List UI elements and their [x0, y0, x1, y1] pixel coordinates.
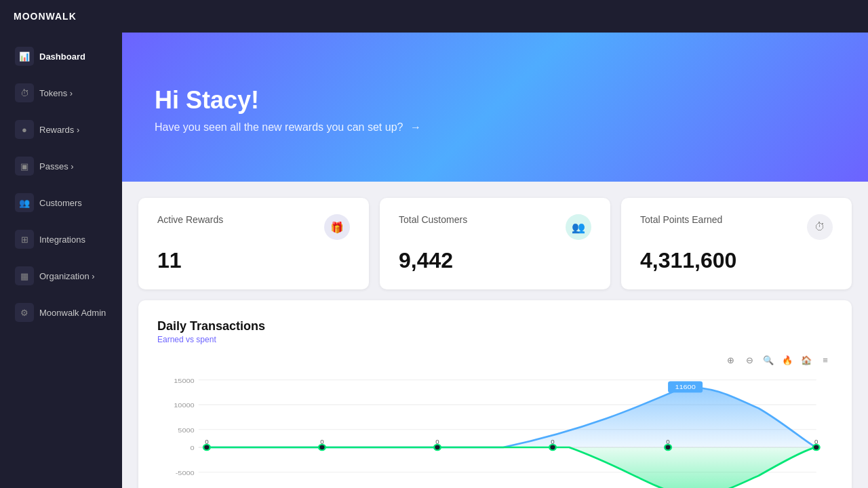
card-value: 9,442: [399, 248, 591, 273]
sidebar-label: Organization ›: [39, 271, 95, 281]
chart-tool-3[interactable]: 🔥: [780, 352, 795, 367]
hero-arrow: →: [410, 121, 421, 133]
sidebar-label: Integrations: [39, 235, 85, 245]
sidebar-item-moonwalk-admin[interactable]: ⚙ Moonwalk Admin: [4, 295, 118, 330]
sidebar-icon: 📊: [15, 47, 34, 66]
stat-card-0: Active Rewards 🎁 11: [138, 198, 369, 289]
svg-text:0: 0: [814, 439, 818, 445]
chart-toolbar: ⊕⊖🔍🔥🏠≡: [157, 352, 833, 367]
chart-subtitle: Earned vs spent: [157, 335, 833, 344]
card-icon: 🎁: [324, 214, 350, 240]
chart-svg: 15000 10000 5000 0 -5000 -10000: [157, 373, 833, 488]
sidebar-item-organization[interactable]: ▦ Organization ›: [4, 258, 118, 293]
card-icon: 👥: [566, 214, 591, 240]
sidebar-label: Rewards ›: [39, 125, 79, 135]
sidebar: 📊 Dashboard ⏱ Tokens › ● Rewards › ▣ Pas…: [0, 33, 122, 488]
svg-point-20: [434, 445, 441, 450]
sidebar-icon: ▦: [15, 266, 34, 285]
card-icon: ⏱: [807, 214, 833, 240]
svg-text:10000: 10000: [174, 402, 195, 409]
sidebar-item-customers[interactable]: 👥 Customers: [4, 185, 118, 220]
sidebar-icon: ⏱: [15, 83, 34, 102]
card-header: Total Customers 👥: [399, 214, 591, 240]
svg-text:0: 0: [320, 439, 323, 445]
layout: 📊 Dashboard ⏱ Tokens › ● Rewards › ▣ Pas…: [0, 33, 868, 488]
topbar: MOONWALK: [0, 0, 868, 33]
cards-section: Active Rewards 🎁 11 Total Customers 👥 9,…: [122, 182, 868, 300]
sidebar-icon: ⊞: [15, 230, 34, 249]
sidebar-label: Customers: [39, 198, 82, 208]
svg-text:-5000: -5000: [176, 470, 195, 476]
card-value: 11: [157, 248, 350, 273]
chart-tool-0[interactable]: ⊕: [723, 352, 738, 367]
svg-point-16: [203, 445, 210, 450]
chart-section: Daily Transactions Earned vs spent ⊕⊖🔍🔥🏠…: [138, 300, 852, 488]
stat-card-1: Total Customers 👥 9,442: [380, 198, 610, 289]
chart-tool-1[interactable]: ⊖: [742, 352, 757, 367]
hero-banner: Hi Stacy! Have you seen all the new rewa…: [122, 33, 868, 182]
chart-container: 15000 10000 5000 0 -5000 -10000: [157, 373, 833, 488]
card-title: Active Rewards: [157, 214, 223, 225]
svg-point-22: [549, 445, 556, 450]
svg-point-24: [665, 445, 671, 450]
sidebar-label: Moonwalk Admin: [39, 308, 106, 318]
chart-tool-2[interactable]: 🔍: [761, 352, 776, 367]
svg-text:0: 0: [205, 439, 208, 445]
stat-card-2: Total Points Earned ⏱ 4,311,600: [621, 198, 852, 289]
hero-greeting: Hi Stacy!: [155, 86, 835, 115]
svg-text:0: 0: [191, 445, 195, 451]
card-value: 4,311,600: [640, 248, 833, 273]
sidebar-icon: ⚙: [15, 303, 34, 322]
sidebar-label: Passes ›: [39, 161, 74, 171]
svg-text:15000: 15000: [174, 377, 195, 384]
sidebar-label: Dashboard: [39, 52, 85, 62]
app-logo: MOONWALK: [14, 11, 77, 22]
svg-text:0: 0: [435, 439, 439, 445]
chart-tool-4[interactable]: 🏠: [799, 352, 814, 367]
svg-text:5000: 5000: [178, 427, 195, 434]
sidebar-item-rewards[interactable]: ● Rewards ›: [4, 112, 118, 147]
main-content: Hi Stacy! Have you seen all the new rewa…: [122, 33, 868, 488]
sidebar-item-integrations[interactable]: ⊞ Integrations: [4, 222, 118, 257]
sidebar-icon: ●: [15, 120, 34, 139]
card-header: Active Rewards 🎁: [157, 214, 350, 240]
card-title: Total Points Earned: [640, 214, 722, 225]
sidebar-item-passes[interactable]: ▣ Passes ›: [4, 148, 118, 184]
sidebar-label: Tokens ›: [39, 88, 73, 98]
sidebar-item-tokens[interactable]: ⏱ Tokens ›: [4, 75, 118, 110]
svg-text:0: 0: [666, 439, 669, 445]
sidebar-icon: ▣: [15, 157, 34, 176]
sidebar-item-dashboard[interactable]: 📊 Dashboard: [4, 39, 118, 74]
svg-text:11600: 11600: [675, 384, 696, 390]
chart-tool-5[interactable]: ≡: [818, 352, 833, 367]
chart-title: Daily Transactions: [157, 319, 833, 333]
svg-point-18: [319, 445, 326, 450]
card-header: Total Points Earned ⏱: [640, 214, 833, 240]
sidebar-icon: 👥: [15, 193, 34, 212]
svg-text:0: 0: [551, 439, 554, 445]
hero-subtitle: Have you seen all the new rewards you ca…: [155, 121, 835, 134]
svg-point-26: [813, 445, 820, 450]
card-title: Total Customers: [399, 214, 467, 225]
